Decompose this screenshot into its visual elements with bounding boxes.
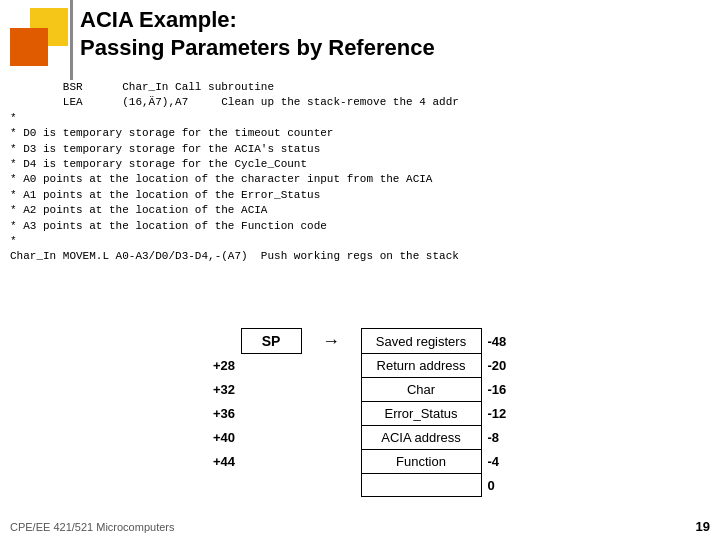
course-label: CPE/EE 421/521 Microcomputers [10,521,174,533]
table-row: 0 [203,474,517,497]
sp-empty [241,474,301,497]
table-row: SP→Saved registers-48 [203,329,517,354]
code-line: * A1 points at the location of the Error… [10,188,710,203]
register-label: Function [361,450,481,474]
stack-table-wrapper: SP→Saved registers-48+28Return address-2… [20,328,700,497]
sp-empty [241,450,301,474]
vertical-line [70,0,73,80]
code-line: * D4 is temporary storage for the Cycle_… [10,157,710,172]
title-line1: ACIA Example: [80,7,237,32]
arrow-empty [301,474,361,497]
offset-left: +36 [203,402,241,426]
sp-empty [241,402,301,426]
page-header: ACIA Example: Passing Parameters by Refe… [80,6,710,61]
offset-right: -12 [481,402,517,426]
offset-left: +40 [203,426,241,450]
sp-empty [241,426,301,450]
arrow-icon: → [301,329,361,354]
register-label: Return address [361,354,481,378]
offset-left: +44 [203,450,241,474]
sp-empty [241,378,301,402]
sp-label: SP [241,329,301,354]
register-label: ACIA address [361,426,481,450]
table-row: +40ACIA address-8 [203,426,517,450]
arrow-empty [301,450,361,474]
register-label: Char [361,378,481,402]
offset-right: 0 [481,474,517,497]
offset-right: -20 [481,354,517,378]
page-title: ACIA Example: Passing Parameters by Refe… [80,6,710,61]
code-line: LEA (16,Ä7),A7 Clean up the stack-remove… [10,95,710,110]
arrow-empty [301,426,361,450]
code-line: * D0 is temporary storage for the timeou… [10,126,710,141]
arrow-empty [301,354,361,378]
offset-right: -48 [481,329,517,354]
register-label [361,474,481,497]
offset-left: +28 [203,354,241,378]
stack-diagram: SP→Saved registers-48+28Return address-2… [20,328,700,497]
offset-left: +32 [203,378,241,402]
content-area: BSR Char_In Call subroutine LEA (16,Ä7),… [10,80,710,510]
title-line2: Passing Parameters by Reference [80,35,435,60]
stack-table: SP→Saved registers-48+28Return address-2… [203,328,517,497]
code-line: BSR Char_In Call subroutine [10,80,710,95]
page-number: 19 [696,519,710,534]
arrow-empty [301,402,361,426]
register-label: Saved registers [361,329,481,354]
code-block: BSR Char_In Call subroutine LEA (16,Ä7),… [10,80,710,265]
code-line: * [10,234,710,249]
table-row: +44Function-4 [203,450,517,474]
code-line: Char_In MOVEM.L A0-A3/D0/D3-D4,-(A7) Pus… [10,249,710,264]
table-row: +28Return address-20 [203,354,517,378]
offset-left [203,474,241,497]
page-footer: CPE/EE 421/521 Microcomputers 19 [10,519,710,534]
offset-right: -8 [481,426,517,450]
decorative-squares [0,0,80,80]
code-line: * D3 is temporary storage for the ACIA's… [10,142,710,157]
code-line: * A3 points at the location of the Funct… [10,219,710,234]
table-row: +36Error_Status-12 [203,402,517,426]
code-line: * A0 points at the location of the chara… [10,172,710,187]
offset-right: -4 [481,450,517,474]
table-row: +32Char-16 [203,378,517,402]
arrow-empty [301,378,361,402]
code-line: * A2 points at the location of the ACIA [10,203,710,218]
offset-right: -16 [481,378,517,402]
orange-square [10,28,48,66]
register-label: Error_Status [361,402,481,426]
sp-empty [241,354,301,378]
offset-left [203,329,241,354]
code-line: * [10,111,710,126]
